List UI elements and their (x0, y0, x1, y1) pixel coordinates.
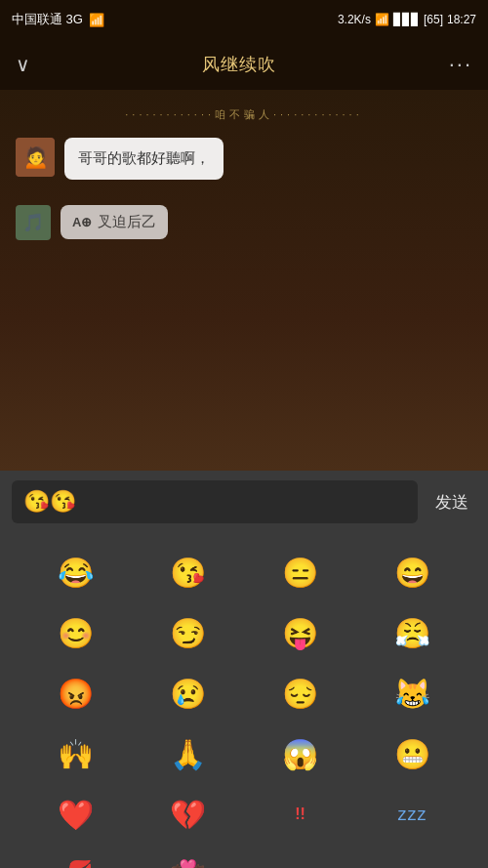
time-text: 18:27 (447, 13, 476, 26)
back-button[interactable]: ∨ (16, 53, 30, 76)
emoji-panel: 😂 😘 😑 😄 😊 😏 😝 😤 😡 😢 😔 😹 🙌 🙏 😱 😬 ❤️ 💔 !! … (0, 533, 488, 868)
avatar-image: 🙍 (16, 138, 55, 177)
status-right: 3.2K/s 📶 ▊▊▊ [65] 18:27 (338, 13, 476, 26)
emoji-joy-cat[interactable]: 😹 (384, 668, 442, 719)
signal-icon: 📶 (89, 13, 104, 27)
emoji-rage[interactable]: 😡 (47, 668, 105, 719)
chat-area: ·············咱不骗人············· 🙍 哥哥的歌都好聽… (0, 90, 488, 471)
partial-chat-bubble-row: 🎵 A⊕ 叉迫后乙 (0, 197, 488, 248)
emoji-double-exclaim[interactable]: !! (271, 789, 330, 840)
emoji-angry-face[interactable]: 😤 (384, 607, 442, 658)
status-left: 中国联通 3G 📶 (12, 11, 104, 28)
partial-bubble-content: A⊕ 叉迫后乙 (61, 205, 168, 239)
chat-bubble: 哥哥的歌都好聽啊， (64, 138, 224, 180)
nav-title: 风继续吹 (202, 53, 276, 76)
emoji-placeholder-1 (271, 849, 330, 868)
top-nav: ∨ 风继续吹 ··· (0, 39, 488, 90)
signal-bars-icon: ▊▊▊ (393, 13, 420, 26)
emoji-broken-heart[interactable]: 💔 (159, 789, 218, 840)
emoji-expressionless[interactable]: 😑 (271, 547, 330, 598)
emoji-laughcry[interactable]: 😂 (47, 547, 105, 598)
emoji-smirk[interactable]: 😏 (159, 607, 218, 658)
partial-text: 叉迫后乙 (98, 213, 156, 231)
emoji-placeholder-2 (384, 849, 442, 868)
emoji-row-1: 😂 😘 😑 😄 (0, 543, 488, 601)
avatar: 🙍 (16, 138, 55, 177)
wifi-icon: 📶 (375, 13, 389, 26)
send-button[interactable]: 发送 (427, 487, 476, 517)
emoji-lips[interactable]: 💋 (47, 849, 105, 868)
emoji-stuck-tongue[interactable]: 😝 (271, 607, 330, 658)
emoji-kiss[interactable]: 😘 (159, 547, 218, 598)
more-button[interactable]: ··· (449, 52, 472, 77)
emoji-row-2: 😊 😏 😝 😤 (0, 603, 488, 662)
system-message: ·············咱不骗人············· (0, 107, 488, 122)
emoji-couple-heart[interactable]: 💏 (159, 849, 218, 868)
emoji-zzz[interactable]: zzz (384, 789, 442, 840)
emoji-row-3: 😡 😢 😔 😹 (0, 664, 488, 723)
emoji-grimace[interactable]: 😬 (384, 728, 442, 779)
emoji-raised-hands[interactable]: 🙌 (47, 728, 105, 779)
emoji-row-6: 💋 💏 (0, 846, 488, 868)
emoji-scream[interactable]: 😱 (271, 728, 330, 779)
partial-icons: A⊕ (72, 215, 92, 229)
speed-text: 3.2K/s (338, 13, 371, 26)
partial-avatar: 🎵 (16, 205, 51, 240)
battery-icon: [65] (424, 13, 443, 26)
input-emoji-content: 😘😘 (23, 489, 76, 515)
emoji-pray[interactable]: 🙏 (159, 728, 218, 779)
emoji-crying[interactable]: 😢 (159, 668, 218, 719)
emoji-grin[interactable]: 😄 (384, 547, 442, 598)
emoji-smile[interactable]: 😊 (47, 607, 105, 658)
carrier-text: 中国联通 3G (12, 11, 83, 28)
chat-bubble-row: 🙍 哥哥的歌都好聽啊， (0, 130, 488, 187)
emoji-pensive[interactable]: 😔 (271, 668, 330, 719)
input-box[interactable]: 😘😘 (12, 480, 418, 523)
emoji-row-4: 🙌 🙏 😱 😬 (0, 724, 488, 783)
status-bar: 中国联通 3G 📶 3.2K/s 📶 ▊▊▊ [65] 18:27 (0, 0, 488, 39)
emoji-row-5: ❤️ 💔 !! zzz (0, 785, 488, 844)
input-area: 😘😘 发送 (0, 471, 488, 533)
emoji-heart[interactable]: ❤️ (47, 789, 105, 840)
